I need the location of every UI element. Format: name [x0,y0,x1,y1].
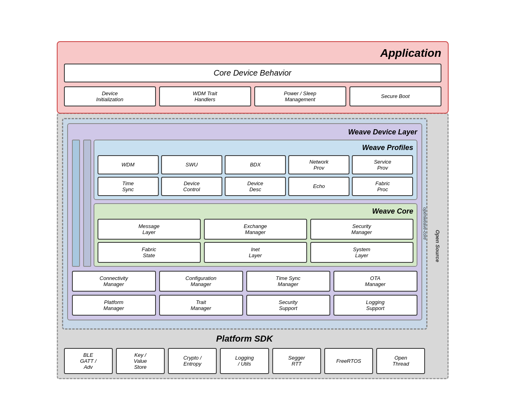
weave-core-section: Weave Core MessageLayer ExchangeManager … [94,203,417,267]
profile-echo: Echo [288,177,349,196]
green-content: Weave Profiles WDM SWU BDX NetworkProv S… [94,140,417,267]
application-title: Application [64,47,441,60]
profile-device-desc: DeviceDesc [225,177,286,196]
device-layer-right: Weave Profiles WDM SWU BDX NetworkProv S… [83,140,417,267]
configuration-manager-box: ConfigurationManager [159,271,243,292]
weave-device-layer: Weave Device Layer [67,123,422,320]
device-layer-inner: Weave Profiles WDM SWU BDX NetworkProv S… [72,140,417,267]
power-sleep-management-box: Power / SleepManagement [254,86,346,106]
application-layer: Application Core Device Behavior DeviceI… [57,41,449,114]
secure-boot-box: Secure Boot [349,86,441,106]
profile-service-prov: ServiceProv [352,155,413,174]
profiles-row2: TimeSync DeviceControl DeviceDesc Echo F… [98,177,413,196]
trait-manager-box: TraitManager [159,295,243,316]
app-sub-boxes: DeviceInitialization WDM TraitHandlers P… [64,86,441,106]
sdk-open-thread: OpenThread [376,348,425,374]
profile-network-prov: NetworkProv [288,155,349,174]
platform-manager-box: PlatformManager [72,295,156,316]
open-source-layer: openweave-core Weave Device Layer [57,113,449,379]
profile-fabric-proc: FabricProc [352,177,413,196]
profile-wdm: WDM [98,155,159,174]
profile-swu: SWU [161,155,222,174]
indent-bars [72,140,80,267]
profile-bdx: BDX [225,155,286,174]
wdm-trait-handlers-box: WDM TraitHandlers [159,86,251,106]
openweave-core-layer: openweave-core Weave Device Layer [62,118,427,330]
indent-bar-1 [72,140,80,267]
security-support-box: SecuritySupport [246,295,330,316]
platform-sdk-title: Platform SDK [64,334,425,344]
device-row2: PlatformManager TraitManager SecuritySup… [72,295,417,316]
core-security-manager: SecurityManager [310,219,413,240]
core-exchange-manager: ExchangeManager [204,219,307,240]
openweave-core-label: openweave-core [423,207,427,240]
core-row1: MessageLayer ExchangeManager SecurityMan… [98,219,413,240]
profile-device-control: DeviceControl [161,177,222,196]
weave-profiles-title: Weave Profiles [98,144,413,152]
sdk-logging-utils: Logging/ Utils [220,348,269,374]
sdk-boxes: BLEGATT /Adv Key /ValueStore Crypto /Ent… [64,348,425,374]
diagram-wrapper: Application Core Device Behavior DeviceI… [57,41,449,379]
profile-time-sync: TimeSync [98,177,159,196]
device-initialization-box: DeviceInitialization [64,86,156,106]
platform-sdk-section: Platform SDK BLEGATT /Adv Key /ValueStor… [62,334,427,374]
weave-core-title: Weave Core [98,207,413,216]
sdk-ble-gatt: BLEGATT /Adv [64,348,113,374]
time-sync-manager-box: Time SyncManager [246,271,330,292]
sdk-key-value-store: Key /ValueStore [116,348,165,374]
open-source-label: Open Source [435,230,441,262]
ota-manager-box: OTAManager [333,271,417,292]
core-inet-layer: InetLayer [204,242,307,263]
weave-device-layer-title: Weave Device Layer [72,128,417,136]
profiles-row1: WDM SWU BDX NetworkProv ServiceProv [98,155,413,174]
core-device-behavior: Core Device Behavior [64,64,441,82]
core-message-layer: MessageLayer [98,219,201,240]
logging-support-box: LoggingSupport [333,295,417,316]
sdk-crypto-entropy: Crypto /Entropy [168,348,217,374]
core-fabric-state: FabricState [98,242,201,263]
indent-bar-2 [83,140,91,267]
device-layer-boxes: ConnectivityManager ConfigurationManager… [72,271,417,316]
weave-profiles-section: Weave Profiles WDM SWU BDX NetworkProv S… [94,140,417,200]
core-row2: FabricState InetLayer SystemLayer [98,242,413,263]
core-system-layer: SystemLayer [310,242,413,263]
connectivity-manager-box: ConnectivityManager [72,271,156,292]
sdk-segger-rtt: SeggerRTT [272,348,321,374]
device-row1: ConnectivityManager ConfigurationManager… [72,271,417,292]
sdk-freertos: FreeRTOS [324,348,373,374]
